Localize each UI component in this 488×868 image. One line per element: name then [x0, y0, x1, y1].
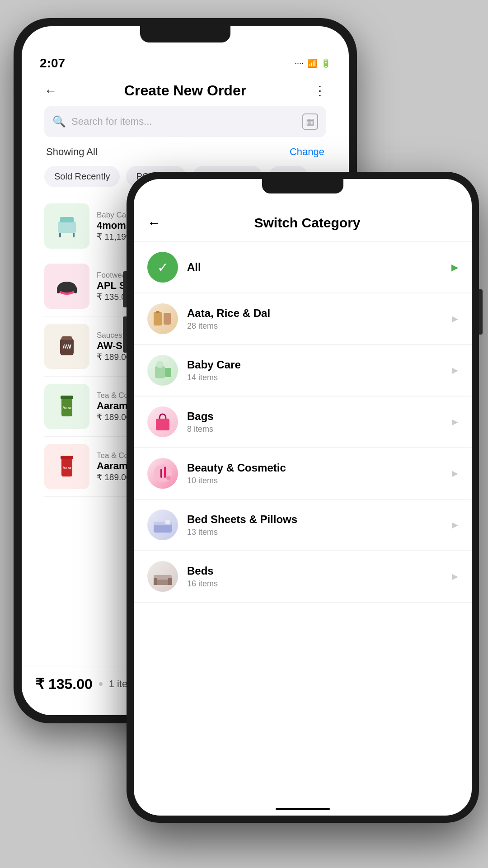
back-phone-notch [140, 26, 230, 42]
svg-rect-26 [164, 467, 166, 478]
status-bar: 2:07 ···· 📶 🔋 [35, 53, 335, 73]
category-item-bedsheets[interactable]: Bed Sheets & Pillows 13 items ▶ [134, 500, 472, 551]
svg-rect-9 [61, 336, 72, 340]
cat-name-beds: Beds [187, 565, 452, 577]
svg-rect-34 [168, 578, 172, 585]
vol-up-button [123, 271, 127, 307]
product-thumb-1 [44, 264, 89, 309]
svg-point-21 [156, 361, 164, 368]
cat-icon-bags [147, 406, 178, 437]
change-button[interactable]: Change [290, 146, 324, 158]
cat-icon-beds [147, 561, 178, 592]
cat-name-babycare: Baby Care [187, 359, 452, 371]
barcode-icon[interactable]: ▦ [302, 113, 318, 130]
svg-rect-18 [164, 313, 171, 325]
chip-sold-recently[interactable]: Sold Recently [44, 166, 120, 187]
cat-name-bags: Bags [187, 410, 452, 423]
svg-rect-6 [57, 287, 60, 293]
home-indicator [276, 808, 330, 810]
battery-icon: 🔋 [321, 58, 331, 68]
search-bar[interactable]: 🔍 Search for items... ▦ [44, 106, 326, 137]
cat-arrow-bedsheets: ▶ [452, 520, 458, 530]
svg-text:Aara: Aara [62, 406, 72, 410]
page-title: Create New Order [124, 82, 246, 99]
cat-name-aata: Aata, Rice & Dal [187, 307, 452, 320]
category-item-beds[interactable]: Beds 16 items ▶ [134, 551, 472, 602]
cat-info-beauty: Beauty & Cosmetic 10 items [187, 462, 452, 486]
cat-info-bedsheets: Bed Sheets & Pillows 13 items [187, 513, 452, 537]
cat-count-aata: 28 items [187, 321, 452, 331]
all-check-icon: ✓ [147, 252, 178, 283]
cat-count-bags: 8 items [187, 425, 452, 434]
category-item-beauty[interactable]: Beauty & Cosmetic 10 items ▶ [134, 448, 472, 499]
svg-text:Aara: Aara [62, 466, 72, 470]
svg-rect-19 [156, 311, 160, 313]
category-item-all[interactable]: ✓ All ▶ [134, 242, 472, 293]
product-thumb-3: Aara [44, 384, 89, 429]
cat-icon-beauty [147, 458, 178, 489]
search-icon: 🔍 [52, 115, 66, 128]
cat-info-bags: Bags 8 items [187, 410, 452, 434]
front-page-title: Switch Category [170, 215, 445, 231]
cat-arrow-babycare: ▶ [452, 365, 458, 375]
svg-text:AW: AW [62, 344, 71, 350]
showing-row: Showing All Change [35, 146, 335, 166]
svg-rect-7 [74, 287, 77, 293]
svg-rect-17 [154, 312, 162, 326]
product-thumb-4: Aara [44, 444, 89, 489]
front-phone-notch [262, 179, 343, 193]
showing-label: Showing All [46, 146, 98, 158]
cat-arrow-all: ▶ [451, 262, 458, 273]
cat-icon-babycare [147, 355, 178, 386]
cat-icon-bedsheets [147, 509, 178, 540]
cart-total: ₹ 135.00 [35, 675, 93, 693]
power-button [479, 289, 483, 335]
cat-info-beds: Beds 16 items [187, 565, 452, 589]
svg-rect-33 [154, 578, 157, 585]
svg-rect-22 [165, 368, 171, 377]
cat-count-beauty: 10 items [187, 476, 452, 486]
svg-rect-1 [60, 217, 74, 222]
cat-name-bedsheets: Bed Sheets & Pillows [187, 513, 452, 526]
cat-count-bedsheets: 13 items [187, 528, 452, 537]
cat-icon-aata [147, 303, 178, 334]
cat-info-all: All [187, 261, 451, 274]
svg-rect-16 [61, 456, 73, 459]
page-header: ← Create New Order ⋮ [35, 73, 335, 106]
divider-6 [134, 602, 472, 603]
separator [99, 682, 103, 686]
svg-rect-25 [160, 469, 162, 478]
svg-rect-23 [156, 419, 169, 430]
svg-rect-30 [165, 520, 170, 524]
front-back-button[interactable]: ← [147, 215, 161, 231]
category-item-bags[interactable]: Bags 8 items ▶ [134, 396, 472, 448]
cat-count-beds: 16 items [187, 579, 452, 589]
cat-arrow-beds: ▶ [452, 571, 458, 581]
product-thumb-2: AW [44, 324, 89, 369]
category-item-babycare[interactable]: Baby Care 14 items ▶ [134, 345, 472, 396]
search-input[interactable]: Search for items... [71, 116, 297, 127]
cat-count-babycare: 14 items [187, 373, 452, 382]
cat-name-all: All [187, 261, 451, 274]
signal-icon: ···· [295, 59, 304, 68]
back-button[interactable]: ← [44, 84, 57, 98]
svg-point-27 [166, 476, 171, 480]
status-icons: ···· 📶 🔋 [295, 58, 331, 68]
category-list: ✓ All ▶ Aata, Rice & Dal 28 items [134, 242, 472, 797]
svg-point-5 [58, 282, 76, 292]
wifi-icon: 📶 [307, 58, 317, 68]
cat-info-babycare: Baby Care 14 items [187, 359, 452, 382]
cat-arrow-bags: ▶ [452, 417, 458, 427]
svg-rect-0 [58, 222, 76, 233]
category-item-aata[interactable]: Aata, Rice & Dal 28 items ▶ [134, 293, 472, 344]
cat-info-aata: Aata, Rice & Dal 28 items [187, 307, 452, 331]
cat-name-beauty: Beauty & Cosmetic [187, 462, 452, 474]
svg-rect-13 [61, 396, 73, 399]
front-phone-screen: ← Switch Category ✓ All ▶ [134, 179, 472, 816]
checkmark-icon: ✓ [157, 259, 169, 275]
vol-down-button [123, 316, 127, 353]
cat-arrow-beauty: ▶ [452, 468, 458, 478]
front-phone: ← Switch Category ✓ All ▶ [127, 172, 479, 823]
more-options-button[interactable]: ⋮ [314, 83, 326, 98]
front-header: ← Switch Category [134, 206, 472, 241]
